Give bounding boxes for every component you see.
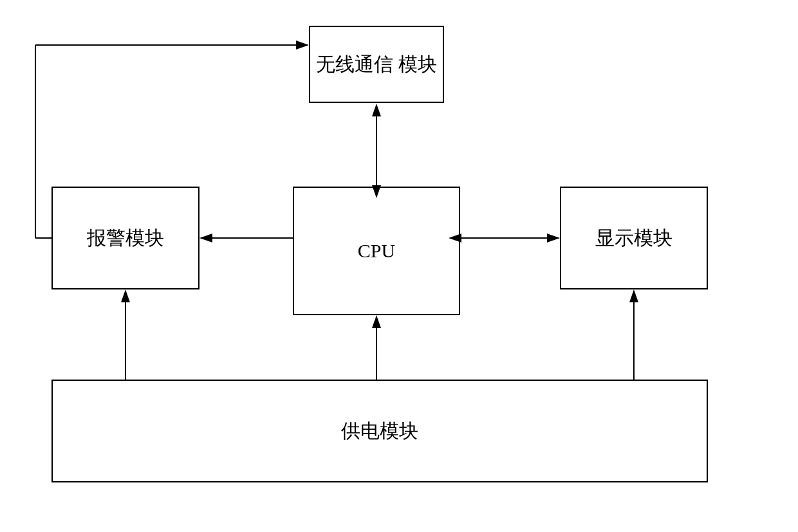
- alarm-module-label: 报警模块: [87, 225, 164, 252]
- power-module-block: 供电模块: [51, 380, 708, 482]
- power-module-label: 供电模块: [341, 417, 418, 445]
- diagram-container: 无线通信 模块 CPU 报警模块 显示模块 供电模块: [0, 0, 798, 532]
- wireless-module-label: 无线通信 模块: [316, 51, 437, 78]
- display-module-block: 显示模块: [560, 187, 708, 289]
- alarm-module-block: 报警模块: [51, 187, 200, 289]
- cpu-block: CPU: [293, 187, 460, 315]
- display-module-label: 显示模块: [595, 225, 673, 252]
- wireless-module-block: 无线通信 模块: [309, 26, 444, 103]
- cpu-label: CPU: [358, 237, 395, 264]
